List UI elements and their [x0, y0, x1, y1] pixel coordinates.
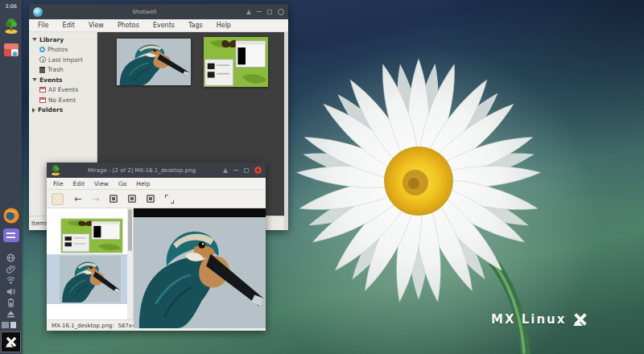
mirage-window: Mirage - [2 of 2] MX-16.1_desktop.png Fi… [47, 163, 266, 331]
event-icon [39, 97, 46, 103]
taskbar-item-mirage[interactable] [3, 18, 19, 34]
shotwell-status-text: Items [31, 220, 48, 227]
chevron-down-icon [32, 38, 37, 41]
menu-launcher-icon[interactable] [3, 228, 19, 242]
menu-help[interactable]: Help [136, 180, 150, 187]
chevron-right-icon [32, 108, 35, 113]
maximize-button[interactable] [244, 168, 249, 173]
sidebar-section-library[interactable]: Library [29, 35, 97, 45]
trash-icon [39, 67, 45, 73]
mx-logo-icon [572, 313, 588, 326]
thumbnail-scrollbar[interactable] [127, 208, 133, 319]
close-button[interactable] [278, 9, 284, 15]
volume-icon[interactable] [6, 287, 15, 296]
zoom-in-icon[interactable] [128, 195, 136, 203]
shotwell-menubar: File Edit View Photos Events Tags Help [29, 19, 288, 32]
zoom-1to1-icon[interactable] [147, 195, 155, 203]
previous-image-icon[interactable]: ← [74, 195, 81, 204]
sidebar-item-photos[interactable]: Photos [29, 45, 97, 56]
mirage-app-icon [51, 165, 60, 175]
sidebar-item-last-import[interactable]: Last Import [29, 55, 97, 65]
workspace-switcher[interactable] [0, 322, 22, 329]
menu-view[interactable]: View [89, 22, 104, 29]
menu-events[interactable]: Events [153, 22, 175, 29]
sidebar-item-all-events[interactable]: All Events [29, 85, 97, 96]
minimize-button[interactable] [257, 11, 262, 13]
mirage-menubar: File Edit View Go Help [47, 178, 266, 190]
brand-text: MX Linux [491, 312, 566, 327]
network-icon[interactable] [6, 253, 15, 262]
next-image-icon[interactable]: → [92, 195, 99, 204]
firefox-launcher-icon[interactable] [3, 208, 19, 224]
kingfisher-image [134, 217, 266, 328]
taskbar-clock: 3:06 [5, 3, 17, 10]
shotwell-app-icon [33, 7, 43, 17]
eject-icon[interactable] [6, 310, 15, 319]
zoom-out-icon[interactable] [109, 195, 118, 203]
mirage-titlebar[interactable]: Mirage - [2 of 2] MX-16.1_desktop.png [47, 163, 266, 178]
mx-menu-button[interactable] [1, 331, 21, 352]
clock-icon [39, 56, 46, 63]
menu-go[interactable]: Go [118, 180, 126, 187]
thumbnail-kingfisher[interactable] [60, 256, 121, 303]
mirage-image-view[interactable] [134, 208, 266, 319]
menu-edit[interactable]: Edit [73, 180, 85, 187]
taskbar-item-shotwell[interactable] [3, 42, 19, 58]
sidebar-section-events[interactable]: Events [29, 75, 97, 85]
desktop: MX Linux Shotwell File Edit View Photos … [0, 0, 644, 354]
maximize-button[interactable] [267, 10, 272, 14]
battery-icon[interactable] [6, 298, 15, 307]
thumbnail-desktop-screenshot[interactable] [204, 37, 268, 87]
taskbar: 3:06 [0, 0, 22, 354]
event-icon [39, 87, 46, 93]
shotwell-titlebar[interactable]: Shotwell [29, 4, 288, 19]
shotwell-title: Shotwell [46, 9, 243, 15]
bell-icon[interactable] [223, 168, 228, 173]
thumbnail-kingfisher[interactable] [117, 39, 191, 85]
open-file-icon[interactable] [52, 193, 64, 205]
wallpaper-brand: MX Linux [491, 312, 588, 327]
mirage-thumbnail-pane [47, 208, 134, 319]
daisy-petals [295, 59, 541, 303]
menu-file[interactable]: File [38, 22, 48, 29]
minimize-button[interactable] [233, 170, 238, 171]
sidebar-item-no-event[interactable]: No Event [29, 95, 97, 105]
clipboard-icon[interactable] [6, 265, 15, 274]
wifi-icon[interactable] [6, 276, 15, 285]
menu-view[interactable]: View [94, 180, 109, 187]
system-tray [6, 253, 15, 319]
thumbnail-desktop-screenshot[interactable] [61, 219, 122, 253]
mirage-title: Mirage - [2 of 2] MX-16.1_desktop.png [64, 167, 220, 174]
bell-icon[interactable] [246, 10, 251, 14]
menu-file[interactable]: File [53, 180, 64, 187]
sidebar-section-folders[interactable]: Folders [29, 105, 97, 116]
photos-icon [39, 47, 45, 52]
menu-photos[interactable]: Photos [118, 22, 139, 29]
menu-edit[interactable]: Edit [62, 22, 75, 29]
sidebar-item-trash[interactable]: Trash [29, 65, 97, 76]
menu-tags[interactable]: Tags [188, 22, 203, 29]
mx-logo-icon [5, 337, 18, 348]
chevron-down-icon [32, 78, 37, 81]
fullscreen-icon[interactable] [165, 195, 174, 204]
mirage-toolbar: ← → [47, 190, 266, 208]
close-button[interactable] [254, 167, 262, 174]
menu-help[interactable]: Help [217, 22, 231, 29]
